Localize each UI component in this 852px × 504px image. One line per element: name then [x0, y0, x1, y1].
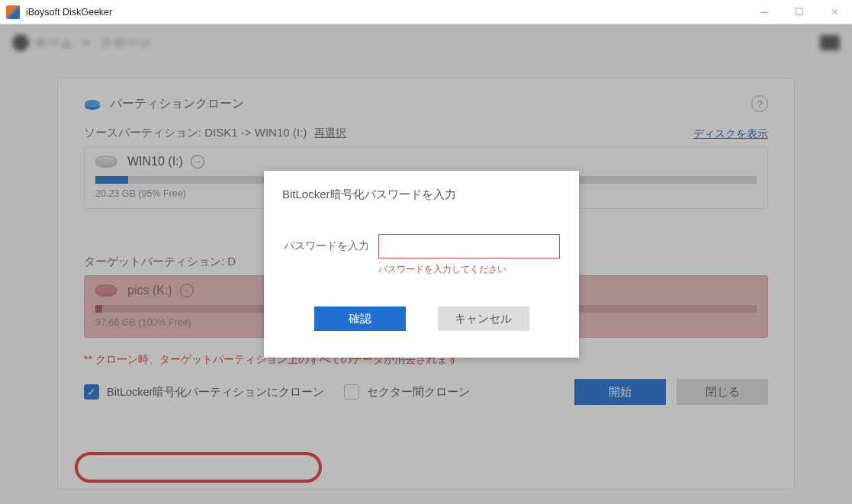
close-window-button[interactable]: ✕	[817, 0, 852, 24]
dialog-buttons: 確認 キャンセル	[282, 307, 561, 331]
password-row: パスワードを入力	[282, 234, 561, 258]
password-error: パスワードを入力してください	[378, 263, 561, 276]
password-label: パスワードを入力	[282, 239, 378, 253]
bitlocker-password-dialog: BitLocker暗号化パスワードを入力 パスワードを入力 パスワードを入力して…	[264, 171, 579, 358]
confirm-button[interactable]: 確認	[314, 307, 406, 331]
password-input[interactable]	[378, 234, 560, 258]
dialog-title: BitLocker暗号化パスワードを入力	[282, 188, 561, 202]
app-icon	[6, 5, 20, 19]
cancel-button[interactable]: キャンセル	[438, 307, 529, 331]
app-body: ホーム > クローン パーティションクローン ? ソースパーティション: DIS…	[0, 24, 852, 504]
window-title: iBoysoft DiskGeeker	[26, 7, 747, 18]
window-titlebar: iBoysoft DiskGeeker ─ ☐ ✕	[0, 0, 852, 24]
minimize-button[interactable]: ─	[747, 0, 782, 24]
maximize-button[interactable]: ☐	[782, 0, 817, 24]
